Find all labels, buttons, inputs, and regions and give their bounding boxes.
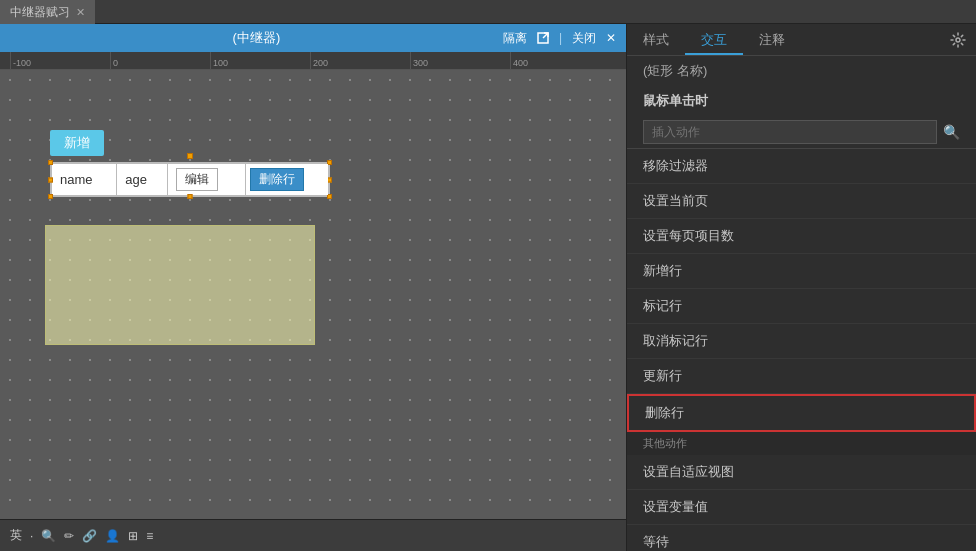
popout-button[interactable]: 隔离 (503, 30, 527, 47)
toolbar-lang[interactable]: 英 (10, 527, 22, 544)
action-other-actions-label: 其他动作 (627, 432, 976, 455)
action-wait[interactable]: 等待 (627, 525, 976, 551)
col-delete: 删除行 (245, 164, 328, 196)
panel-settings-icon[interactable] (940, 25, 976, 55)
tab-style[interactable]: 样式 (627, 25, 685, 55)
bottom-toolbar: 英 · 🔍 ✏ 🔗 👤 ⊞ ≡ (0, 519, 626, 551)
ruler-tick-200: 200 (310, 52, 328, 70)
close-button[interactable]: 关闭 (572, 30, 596, 47)
tab-notes[interactable]: 注释 (743, 25, 801, 55)
action-remove-filter[interactable]: 移除过滤器 (627, 149, 976, 184)
action-list: 移除过滤器 设置当前页 设置每页项目数 新增行 标记行 取消标记行 更新行 删除… (627, 149, 976, 551)
widget-container: 新增 name (50, 130, 330, 197)
close-icon[interactable]: ✕ (606, 31, 616, 45)
ruler-content: -100 0 100 200 300 400 (0, 52, 626, 70)
data-table: name age 编辑 删除行 (51, 163, 329, 196)
header-sep: | (559, 31, 562, 45)
canvas-header: (中继器) 隔离 | 关闭 ✕ (0, 24, 626, 52)
table-row: name age 编辑 删除行 (52, 164, 329, 196)
table-widget: name age 编辑 删除行 (50, 162, 330, 197)
search-icon: 🔍 (943, 124, 960, 140)
main-area: (中继器) 隔离 | 关闭 ✕ -100 0 100 200 300 400 (0, 24, 976, 551)
handle-tl (48, 160, 53, 165)
action-set-page-items[interactable]: 设置每页项目数 (627, 219, 976, 254)
col-edit: 编辑 (168, 164, 246, 196)
ruler-tick-100: 100 (210, 52, 228, 70)
toolbar-user-icon[interactable]: 👤 (105, 529, 120, 543)
canvas-area: (中继器) 隔离 | 关闭 ✕ -100 0 100 200 300 400 (0, 24, 626, 551)
ruler-tick-300: 300 (410, 52, 428, 70)
action-unmark-row[interactable]: 取消标记行 (627, 324, 976, 359)
toolbar-grid-icon[interactable]: ⊞ (128, 529, 138, 543)
canvas-actions: 隔离 | 关闭 ✕ (503, 30, 616, 47)
ruler: -100 0 100 200 300 400 (0, 52, 626, 70)
handle-top (187, 153, 193, 159)
top-handles (187, 153, 193, 159)
ruler-tick-neg100: -100 (10, 52, 31, 70)
handle-bl (48, 194, 53, 199)
yellow-highlight-area (45, 225, 315, 345)
edit-button[interactable]: 编辑 (176, 168, 218, 191)
action-mark-row[interactable]: 标记行 (627, 289, 976, 324)
action-search-input[interactable] (643, 120, 937, 144)
toolbar-dot: · (30, 529, 33, 543)
toolbar-menu-icon[interactable]: ≡ (146, 529, 153, 543)
action-delete-row[interactable]: 删除行 (627, 394, 976, 432)
handle-bm (188, 194, 193, 199)
event-type: 鼠标单击时 (627, 86, 976, 116)
action-update-row[interactable]: 更新行 (627, 359, 976, 394)
col-name: name (52, 164, 117, 196)
action-set-adaptive-view[interactable]: 设置自适应视图 (627, 455, 976, 490)
action-set-current-page[interactable]: 设置当前页 (627, 184, 976, 219)
tab-bar: 中继器赋习 ✕ (0, 0, 976, 24)
delete-row-button[interactable]: 删除行 (250, 168, 304, 191)
tab-label: 中继器赋习 (10, 0, 70, 24)
right-panel: 样式 交互 注释 (矩形 名称) 鼠标单击时 🔍 移除过滤器 设置当前页 设置每… (626, 24, 976, 551)
ruler-tick-0: 0 (110, 52, 118, 70)
action-set-variable[interactable]: 设置变量值 (627, 490, 976, 525)
toolbar-edit-icon[interactable]: ✏ (64, 529, 74, 543)
canvas-title: (中继器) (10, 29, 503, 47)
tab-close-icon[interactable]: ✕ (76, 0, 85, 24)
right-panel-tabs: 样式 交互 注释 (627, 24, 976, 56)
toolbar-link-icon[interactable]: 🔗 (82, 529, 97, 543)
tab-zhongji[interactable]: 中继器赋习 ✕ (0, 0, 95, 24)
action-search-row: 🔍 (627, 116, 976, 149)
toolbar-search-icon[interactable]: 🔍 (41, 529, 56, 543)
col-age: age (117, 164, 168, 196)
ruler-tick-400: 400 (510, 52, 528, 70)
shape-name: (矩形 名称) (627, 56, 976, 86)
handle-ml (48, 177, 53, 182)
tab-interaction[interactable]: 交互 (685, 25, 743, 55)
add-row-button[interactable]: 新增 (50, 130, 104, 156)
popout-icon (537, 32, 549, 44)
svg-point-2 (956, 38, 960, 42)
action-add-row[interactable]: 新增行 (627, 254, 976, 289)
canvas-body[interactable]: 新增 name (0, 70, 626, 519)
